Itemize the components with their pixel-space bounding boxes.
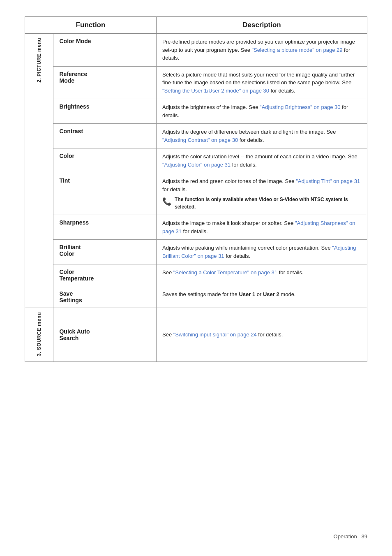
function-tint: Tint [53,173,157,215]
desc-color: Adjusts the color saturation level -- th… [157,148,367,173]
link-brightness[interactable]: "Adjusting Brightness" on page 30 [260,104,340,110]
desc-color-temperature: See "Selecting a Color Temperature" on p… [157,264,367,286]
link-tint[interactable]: "Adjusting Tint" on page 31 [296,178,360,184]
desc-sharpness: Adjusts the image to make it look sharpe… [157,215,367,240]
link-color-mode[interactable]: "Selecting a picture mode" on page 29 [252,47,343,53]
desc-quick-auto-search: See "Switching input signal" on page 24 … [157,308,367,362]
desc-contrast: Adjusts the degree of difference between… [157,124,367,148]
footer-text: Operation [334,533,357,540]
function-quick-auto-search: Quick AutoSearch [53,308,157,362]
sidebar-source: 3. SOURCE menu [25,308,53,362]
desc-brightness: Adjusts the brightness of the image. See… [157,99,367,124]
table-row: Brightness Adjusts the brightness of the… [25,99,367,124]
desc-brilliant-color: Adjusts white peaking while maintaining … [157,240,367,264]
function-color-temperature: ColorTemperature [53,264,157,286]
table-row: SaveSettings Saves the settings made for… [25,286,367,308]
note-box: 📞 The function is only available when Vi… [162,196,361,211]
link-sharpness[interactable]: "Adjusting Sharpness" on page 31 [162,220,355,234]
note-text: The function is only available when Vide… [175,196,361,211]
function-color: Color [53,148,157,173]
link-reference-mode[interactable]: "Setting the User 1/User 2 mode" on page… [162,88,269,94]
table-row: BrilliantColor Adjusts white peaking whi… [25,240,367,264]
table-row: ReferenceMode Selects a picture mode tha… [25,66,367,99]
link-brilliant-color[interactable]: "Adjusting Brilliant Color" on page 31 [162,245,356,259]
footer-page: 39 [362,533,367,540]
link-color-temperature[interactable]: "Selecting a Color Temperature" on page … [173,269,277,276]
link-contrast[interactable]: "Adjusting Contrast" on page 30 [162,137,238,143]
function-color-mode: Color Mode [53,34,157,67]
function-brilliant-color: BrilliantColor [53,240,157,264]
function-header: Function [25,17,157,34]
function-contrast: Contrast [53,124,157,148]
page-footer: Operation 39 [334,533,367,540]
desc-tint: Adjusts the red and green color tones of… [157,173,367,215]
table-row: ColorTemperature See "Selecting a Color … [25,264,367,286]
table-row: Tint Adjusts the red and green color ton… [25,173,367,215]
table-header: Function Description [25,17,367,34]
function-brightness: Brightness [53,99,157,124]
user2-label: User 2 [263,291,279,297]
user1-label: User 1 [239,291,255,297]
desc-save-settings: Saves the settings made for the User 1 o… [157,286,367,308]
desc-color-mode: Pre-defined picture modes are provided s… [157,34,367,67]
table-row: Sharpness Adjusts the image to make it l… [25,215,367,240]
sidebar-picture: 2. PICTURE menu [25,34,53,308]
function-reference-mode: ReferenceMode [53,66,157,99]
link-color[interactable]: "Adjusting Color" on page 31 [162,162,231,168]
link-quick-auto-search[interactable]: "Switching input signal" on page 24 [173,331,257,338]
table-row: Color Adjusts the color saturation level… [25,148,367,173]
note-icon: 📞 [162,196,171,207]
table-row: Contrast Adjusts the degree of differenc… [25,124,367,148]
table-row: 3. SOURCE menu Quick AutoSearch See "Swi… [25,308,367,362]
description-header: Description [157,17,367,34]
function-save-settings: SaveSettings [53,286,157,308]
table-row: 2. PICTURE menu Color Mode Pre-defined p… [25,34,367,67]
function-sharpness: Sharpness [53,215,157,240]
desc-reference-mode: Selects a picture mode that most suits y… [157,66,367,99]
